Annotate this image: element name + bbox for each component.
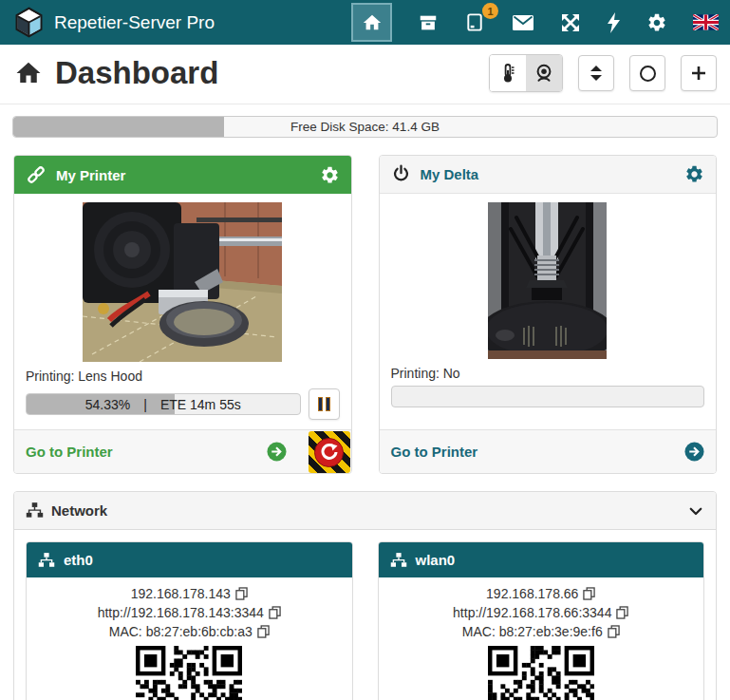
copy-icon[interactable]: [616, 606, 628, 619]
webcam-icon: [533, 63, 554, 84]
printer-settings-button[interactable]: [684, 164, 704, 184]
progress-eta: ETE 14m 55s: [160, 397, 241, 412]
network-panel-title: Network: [51, 502, 107, 519]
page-title: Dashboard: [55, 55, 218, 91]
updown-icon: [590, 65, 603, 82]
copy-icon[interactable]: [269, 606, 281, 619]
interface-ip: 192.168.178.143: [131, 584, 231, 603]
network-panel: Network eth0 192.168.178.143: [13, 491, 717, 700]
print-progress-bar: 54.33% | ETE 14m 55s: [26, 393, 301, 415]
printer-card-my-printer: My Printer: [13, 155, 352, 474]
network-card-wlan0: wlan0 192.168.178.66 http://192.168.178.…: [378, 541, 705, 700]
nav-messages-button[interactable]: [512, 14, 534, 31]
printer-settings-button[interactable]: [320, 165, 340, 185]
thermometer-icon: [498, 63, 517, 84]
go-to-printer-arrow-button[interactable]: [684, 442, 704, 462]
emergency-stop-icon: [314, 438, 344, 467]
network-card-header: wlan0: [379, 542, 704, 577]
printer-card-footer: Go to Printer: [14, 429, 351, 473]
plus-icon: [691, 66, 706, 81]
print-progress-bar: [391, 386, 705, 407]
gear-icon: [320, 165, 340, 185]
qr-code: [136, 646, 242, 700]
network-icon: [390, 552, 407, 569]
gear-icon: [684, 164, 704, 184]
temperature-view-button[interactable]: [490, 55, 526, 91]
notification-badge: 1: [482, 3, 498, 19]
top-navbar: Repetier-Server Pro 1: [0, 0, 730, 45]
brand[interactable]: Repetier-Server Pro: [13, 7, 215, 38]
network-card-header: eth0: [27, 542, 352, 577]
interface-name: wlan0: [416, 552, 456, 568]
pause-button[interactable]: [309, 388, 340, 420]
link-icon: [26, 164, 47, 185]
printer-card-footer: Go to Printer: [380, 429, 717, 473]
copy-icon[interactable]: [235, 587, 248, 600]
printer-cards-row: My Printer: [13, 155, 717, 474]
printer-card-header[interactable]: My Printer: [14, 156, 351, 194]
copy-icon[interactable]: [583, 587, 595, 600]
webcam-image-my-printer[interactable]: [26, 202, 340, 362]
interface-mac: MAC: b8:27:eb:3e:9e:f6: [462, 622, 603, 641]
expand-icon: [560, 12, 581, 33]
collapse-expand-button[interactable]: [578, 55, 614, 91]
emergency-stop-button[interactable]: [309, 431, 350, 473]
copy-icon[interactable]: [257, 625, 270, 638]
interface-ip: 192.168.178.66: [486, 584, 578, 603]
disk-space-label: Free Disk Space: 41.4 GB: [13, 117, 717, 137]
nav-settings-button[interactable]: [646, 12, 667, 33]
bolt-icon: [607, 12, 621, 33]
home-icon: [362, 12, 383, 33]
page-header: Dashboard: [0, 45, 730, 104]
go-to-printer-link[interactable]: Go to Printer: [391, 444, 478, 460]
disk-space-bar: Free Disk Space: 41.4 GB: [12, 116, 718, 138]
progress-separator: |: [143, 397, 147, 412]
nav-language-button[interactable]: [693, 14, 719, 30]
nav-home-button[interactable]: [351, 3, 392, 42]
printer-card-header[interactable]: My Delta: [380, 156, 717, 194]
copy-icon[interactable]: [608, 625, 620, 638]
printer-status: Printing: Lens Hood: [26, 369, 340, 384]
archive-icon: [418, 12, 439, 33]
network-icon: [38, 552, 55, 569]
go-to-printer-arrow-button[interactable]: [267, 442, 287, 462]
webcam-image-my-delta[interactable]: [391, 202, 705, 359]
printer-name: My Delta: [421, 166, 479, 182]
printer-status: Printing: No: [391, 366, 705, 381]
power-icon: [391, 164, 411, 184]
nav-printers-button[interactable]: 1: [464, 11, 486, 33]
network-panel-header[interactable]: Network: [14, 492, 716, 530]
uk-flag-icon: [693, 14, 719, 30]
chevron-down-icon: [687, 502, 704, 520]
printer-name: My Printer: [56, 167, 125, 183]
nav-fullscreen-button[interactable]: [560, 12, 581, 33]
circle-icon: [640, 66, 656, 82]
network-icon: [26, 501, 44, 520]
arrow-circle-right-icon: [267, 442, 287, 462]
view-toggle-group: [489, 54, 563, 92]
gear-icon: [646, 12, 667, 33]
nav-power-button[interactable]: [607, 12, 621, 33]
dashboard-home-icon: [13, 59, 44, 87]
qr-code: [488, 646, 594, 700]
interface-mac: MAC: b8:27:eb:6b:cb:a3: [109, 622, 253, 641]
progress-percent: 54.33%: [85, 397, 130, 412]
nav-archive-button[interactable]: [418, 12, 439, 33]
go-to-printer-link[interactable]: Go to Printer: [26, 444, 113, 460]
network-card-eth0: eth0 192.168.178.143 http://192.168.178.…: [26, 541, 353, 700]
repetier-logo-icon: [13, 7, 45, 38]
interface-name: eth0: [64, 552, 93, 568]
printer-card-my-delta: My Delta: [379, 155, 718, 474]
interface-url[interactable]: http://192.168.178.66:3344: [453, 603, 611, 622]
interface-url[interactable]: http://192.168.178.143:3344: [98, 603, 264, 622]
brand-title: Repetier-Server Pro: [54, 12, 215, 33]
add-printer-button[interactable]: [681, 55, 717, 91]
record-button[interactable]: [629, 55, 665, 91]
mail-icon: [512, 14, 534, 31]
webcam-view-button[interactable]: [526, 55, 562, 91]
arrow-circle-right-icon: [684, 442, 704, 462]
